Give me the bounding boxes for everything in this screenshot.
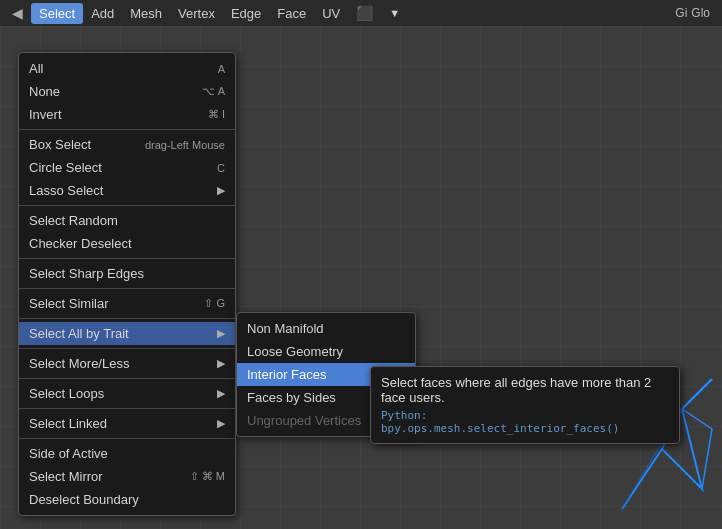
menu-item-invert[interactable]: Invert ⌘ I [19,103,235,126]
menu-item-select-all-by-trait-label: Select All by Trait [29,326,129,341]
menu-item-box-select-shortcut: drag-Left Mouse [133,139,225,151]
submenu-item-non-manifold-label: Non Manifold [247,321,324,336]
lasso-select-arrow-icon: ▶ [217,184,225,197]
tooltip-title: Select faces where all edges have more t… [381,375,669,405]
global-icon: Gi [675,6,687,20]
menubar-item-back[interactable]: ◀ [4,2,31,24]
menu-item-invert-shortcut: ⌘ I [196,108,225,121]
menu-item-select-similar-label: Select Similar [29,296,108,311]
menubar-item-add[interactable]: Add [83,3,122,24]
submenu-item-loose-geometry[interactable]: Loose Geometry [237,340,415,363]
menubar-item-mesh[interactable]: Mesh [122,3,170,24]
viewport: All A None ⌥ A Invert ⌘ I Box Select dra… [0,26,722,529]
menubar-item-select[interactable]: Select [31,3,83,24]
menu-item-lasso-select-label: Lasso Select [29,183,103,198]
menu-item-select-linked[interactable]: Select Linked ▶ [19,412,235,435]
menu-item-invert-label: Invert [29,107,62,122]
separator-3 [19,258,235,259]
menu-item-select-random-label: Select Random [29,213,118,228]
select-all-by-trait-arrow-icon: ▶ [217,327,225,340]
menu-item-select-more-less-label: Select More/Less [29,356,129,371]
menubar: ◀ Select Add Mesh Vertex Edge Face UV ⬛ … [0,0,722,26]
submenu-item-loose-geometry-label: Loose Geometry [247,344,343,359]
menu-item-select-mirror[interactable]: Select Mirror ⇧ ⌘ M [19,465,235,488]
menu-item-select-mirror-shortcut: ⇧ ⌘ M [178,470,225,483]
separator-5 [19,318,235,319]
viewport-mode-dropdown[interactable]: ▼ [381,4,408,22]
tooltip: Select faces where all edges have more t… [370,366,680,444]
menu-item-select-linked-label: Select Linked [29,416,107,431]
menu-item-none[interactable]: None ⌥ A [19,80,235,103]
menu-item-select-mirror-label: Select Mirror [29,469,103,484]
select-loops-arrow-icon: ▶ [217,387,225,400]
submenu-item-non-manifold[interactable]: Non Manifold [237,317,415,340]
menu-item-deselect-boundary[interactable]: Deselect Boundary [19,488,235,511]
menu-item-select-more-less[interactable]: Select More/Less ▶ [19,352,235,375]
menu-item-all[interactable]: All A [19,57,235,80]
separator-2 [19,205,235,206]
menu-item-all-label: All [29,61,43,76]
menu-item-circle-select-label: Circle Select [29,160,102,175]
menu-item-select-sharp-edges[interactable]: Select Sharp Edges [19,262,235,285]
separator-6 [19,348,235,349]
menu-item-side-of-active-label: Side of Active [29,446,108,461]
menu-item-select-random[interactable]: Select Random [19,209,235,232]
select-linked-arrow-icon: ▶ [217,417,225,430]
menu-item-all-shortcut: A [206,63,225,75]
menu-item-checker-deselect[interactable]: Checker Deselect [19,232,235,255]
menubar-item-uv[interactable]: UV [314,3,348,24]
menu-item-circle-select[interactable]: Circle Select C [19,156,235,179]
menubar-item-vertex[interactable]: Vertex [170,3,223,24]
submenu-item-ungrouped-vertices-label: Ungrouped Vertices [247,413,361,428]
menu-item-circle-select-shortcut: C [205,162,225,174]
menu-item-side-of-active[interactable]: Side of Active [19,442,235,465]
menu-item-checker-deselect-label: Checker Deselect [29,236,132,251]
menu-item-select-similar-shortcut: ⇧ G [192,297,225,310]
select-more-less-arrow-icon: ▶ [217,357,225,370]
menu-item-select-loops[interactable]: Select Loops ▶ [19,382,235,405]
menu-item-select-similar[interactable]: Select Similar ⇧ G [19,292,235,315]
menubar-item-edge[interactable]: Edge [223,3,269,24]
menu-item-none-label: None [29,84,60,99]
menu-item-select-all-by-trait[interactable]: Select All by Trait ▶ [19,322,235,345]
menubar-item-face[interactable]: Face [269,3,314,24]
menu-item-none-shortcut: ⌥ A [190,85,225,98]
separator-8 [19,408,235,409]
menu-item-select-loops-label: Select Loops [29,386,104,401]
separator-1 [19,129,235,130]
separator-9 [19,438,235,439]
menu-item-deselect-boundary-label: Deselect Boundary [29,492,139,507]
tooltip-code: Python: bpy.ops.mesh.select_interior_fac… [381,409,669,435]
submenu-item-faces-by-sides-label: Faces by Sides [247,390,336,405]
global-label: Glo [691,6,710,20]
separator-4 [19,288,235,289]
menu-item-lasso-select[interactable]: Lasso Select ▶ [19,179,235,202]
svg-line-0 [682,379,712,409]
submenu-item-interior-faces-label: Interior Faces [247,367,326,382]
menu-item-box-select-label: Box Select [29,137,91,152]
viewport-mode-icon[interactable]: ⬛ [348,2,381,24]
select-menu: All A None ⌥ A Invert ⌘ I Box Select dra… [18,52,236,516]
menubar-right: Gi Glo [675,6,718,20]
separator-7 [19,378,235,379]
menu-item-select-sharp-edges-label: Select Sharp Edges [29,266,144,281]
menu-item-box-select[interactable]: Box Select drag-Left Mouse [19,133,235,156]
